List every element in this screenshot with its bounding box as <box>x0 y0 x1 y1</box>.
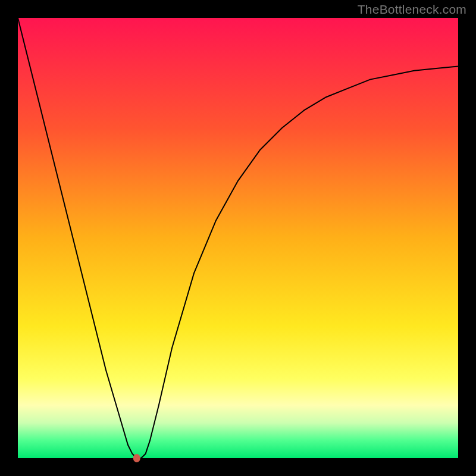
svg-rect-3 <box>458 0 476 476</box>
bottleneck-chart-svg <box>0 0 476 476</box>
optimum-marker <box>133 454 140 462</box>
svg-rect-1 <box>0 458 476 476</box>
chart-container: TheBottleneck.com <box>0 0 476 476</box>
plot-background <box>18 18 458 458</box>
svg-rect-2 <box>0 0 18 476</box>
watermark-text: TheBottleneck.com <box>358 2 466 17</box>
